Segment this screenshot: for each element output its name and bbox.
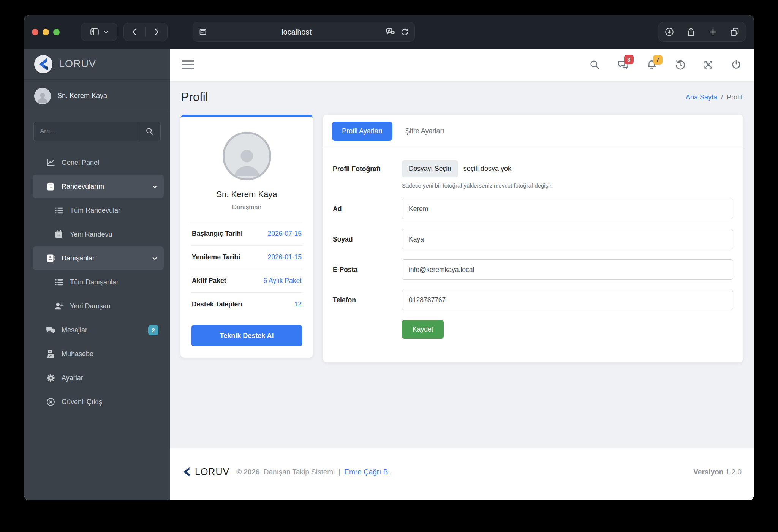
stat-row-yenileme: Yenileme Tarihi 2026-01-15: [191, 245, 302, 269]
unread-messages-badge: 2: [148, 325, 158, 335]
messages-count-badge: 3: [624, 55, 634, 64]
sidebar-item-guvenli-cikis[interactable]: Güvenli Çıkış: [33, 390, 164, 414]
sidebar-item-genel-panel[interactable]: Genel Panel: [33, 151, 164, 174]
sidebar-item-randevularim[interactable]: Randevularım: [33, 175, 164, 198]
ad-field-label: Ad: [333, 205, 402, 213]
profile-settings-form: Profil Fotoğrafı Dosyayı Seçin seçili do…: [323, 148, 743, 362]
brand-name: LORUV: [59, 58, 96, 70]
sidebar-item-danisanlar[interactable]: Danışanlar: [33, 246, 164, 270]
sidebar-item-label: Mesajlar: [62, 326, 87, 334]
stat-value: 6 Aylık Paket: [263, 277, 302, 285]
sidebar-user-name: Sn. Kerem Kaya: [57, 92, 107, 100]
url-text[interactable]: localhost: [207, 28, 386, 36]
telefon-input[interactable]: [402, 290, 733, 310]
stat-value: 12: [294, 300, 302, 308]
sidebar-item-label: Muhasebe: [62, 350, 93, 358]
back-button[interactable]: [124, 23, 145, 41]
sidebar-item-yeni-randevu[interactable]: Yeni Randevu: [33, 223, 164, 246]
sidebar-item-muhasebe[interactable]: Muhasebe: [33, 342, 164, 366]
footer-brand: LORUV: [195, 466, 229, 477]
stat-row-destek-talepleri: Destek Talepleri 12: [191, 292, 302, 316]
stat-label: Aktif Paket: [192, 277, 226, 285]
footer-author-link[interactable]: Emre Çağrı B.: [344, 468, 390, 476]
stat-label: Başlangıç Tarihi: [192, 230, 243, 238]
sidebar-item-ayarlar[interactable]: Ayarlar: [33, 366, 164, 390]
comments-icon: [46, 325, 55, 335]
share-icon[interactable]: [680, 27, 702, 37]
close-window-button[interactable]: [32, 29, 38, 35]
footer-logo-icon: [182, 467, 191, 477]
sidebar-item-mesajlar[interactable]: Mesajlar 2: [33, 318, 164, 342]
sidebar-item-label: Genel Panel: [62, 159, 99, 167]
sidebar-nav: Genel Panel Randevularım Tüm Randevul: [24, 147, 170, 417]
sidebar-panel-icon: [90, 27, 100, 37]
browser-window: localhost: [24, 15, 754, 500]
breadcrumb-home-link[interactable]: Ana Sayfa: [686, 93, 717, 101]
footer-separator: |: [338, 468, 340, 476]
address-bar[interactable]: localhost: [193, 22, 415, 42]
tab-overview-icon[interactable]: [724, 27, 746, 37]
sidebar-item-yeni-danisan[interactable]: Yeni Danışan: [33, 294, 164, 318]
footer-copyright: © 2026: [236, 468, 260, 476]
footer: LORUV © 2026 Danışan Takip Sistemi | Emr…: [170, 448, 754, 500]
sidebar-item-tum-randevular[interactable]: Tüm Randevular: [33, 199, 164, 222]
topbar-search-icon[interactable]: [590, 60, 600, 70]
sidebar-item-tum-danisanlar[interactable]: Tüm Danışanlar: [33, 270, 164, 294]
notifications-bell-icon[interactable]: 7: [646, 59, 657, 70]
tab-profil-ayarlari[interactable]: Profil Ayarları: [332, 122, 392, 141]
profile-summary-card: Sn. Kerem Kaya Danışman Başlangıç Tarihi…: [180, 115, 313, 358]
fullscreen-expand-icon[interactable]: [703, 60, 713, 70]
search-input[interactable]: [33, 122, 139, 141]
sidebar-user[interactable]: Sn. Kerem Kaya: [24, 80, 170, 112]
tab-sifre-ayarlari[interactable]: Şifre Ayarları: [395, 122, 454, 141]
address-book-icon: [46, 253, 55, 263]
translate-icon[interactable]: [386, 27, 395, 37]
search-icon: [145, 127, 154, 136]
ad-input[interactable]: [402, 199, 733, 219]
history-nav-group: [123, 23, 168, 41]
telefon-field-label: Telefon: [333, 296, 402, 304]
history-icon[interactable]: [675, 59, 686, 70]
version-label: Versiyon: [693, 468, 723, 476]
power-logout-icon[interactable]: [731, 59, 742, 70]
brand-header[interactable]: LORUV: [24, 49, 170, 80]
sidebar-toggle-button[interactable]: [81, 23, 117, 41]
browser-chrome: localhost: [24, 15, 754, 49]
sidebar-item-label: Ayarlar: [62, 374, 83, 382]
chevron-down-icon: [151, 183, 158, 190]
hamburger-menu-icon[interactable]: [182, 60, 194, 69]
footer-system-name: Danışan Takip Sistemi: [264, 468, 335, 476]
form-row-eposta: E-Posta: [333, 259, 733, 280]
choose-file-button[interactable]: Dosyayı Seçin: [402, 160, 458, 177]
stat-row-baslangic: Başlangıç Tarihi 2026-07-15: [191, 222, 302, 245]
reload-icon[interactable]: [400, 27, 409, 36]
search-submit-button[interactable]: [139, 122, 161, 141]
form-row-telefon: Telefon: [333, 290, 733, 310]
eposta-input[interactable]: [402, 259, 733, 280]
new-tab-icon[interactable]: [702, 27, 724, 37]
soyad-input[interactable]: [402, 229, 733, 249]
sidebar-item-label: Güvenli Çıkış: [62, 398, 102, 406]
reader-view-icon[interactable]: [198, 27, 207, 36]
chart-line-icon: [46, 158, 55, 167]
sidebar-item-label: Randevularım: [62, 183, 104, 191]
downloads-icon[interactable]: [658, 27, 680, 37]
page-title: Profil: [181, 90, 208, 104]
cash-register-icon: [46, 349, 55, 359]
chevron-down-icon: [103, 29, 109, 35]
form-row-ad: Ad: [333, 199, 733, 219]
save-button[interactable]: Kaydet: [402, 320, 444, 339]
sidebar-item-label: Yeni Danışan: [70, 302, 110, 310]
messages-icon[interactable]: 3: [617, 59, 629, 70]
eposta-field-label: E-Posta: [333, 266, 402, 274]
sidebar-item-label: Yeni Randevu: [70, 230, 112, 238]
stat-label: Yenileme Tarihi: [192, 253, 240, 261]
form-row-save: Kaydet: [333, 320, 733, 339]
forward-button[interactable]: [146, 23, 168, 41]
stat-label: Destek Talepleri: [192, 300, 242, 308]
zoom-window-button[interactable]: [53, 29, 60, 35]
minimize-window-button[interactable]: [43, 29, 49, 35]
breadcrumb-current: Profil: [727, 93, 742, 101]
technical-support-button[interactable]: Teknik Destek Al: [191, 325, 302, 346]
user-plus-icon: [54, 301, 64, 311]
